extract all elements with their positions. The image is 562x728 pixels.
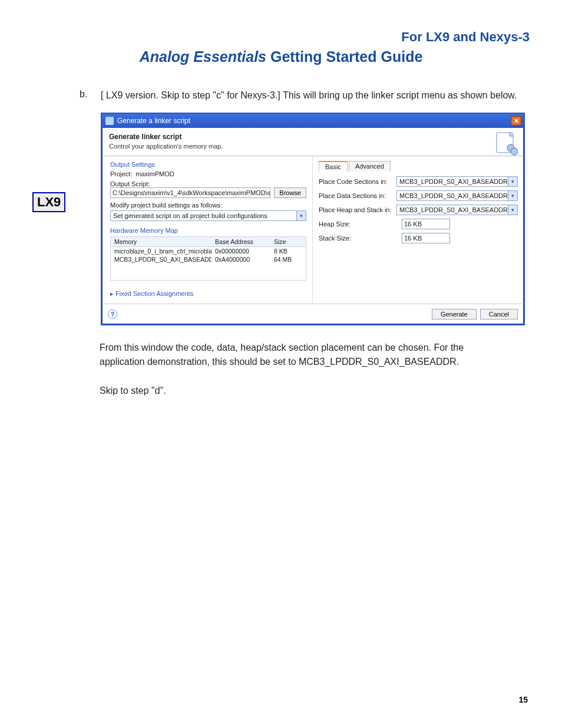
cancel-button[interactable]: Cancel xyxy=(480,309,518,319)
size-cell: 8 KB xyxy=(270,247,306,255)
help-icon[interactable]: ? xyxy=(108,309,117,319)
step-label: b. xyxy=(80,89,92,102)
output-script-input[interactable]: C:\Designs\maxim\v1_4\sdkWorkspace\maxim… xyxy=(110,187,270,198)
col-memory-header: Memory xyxy=(111,237,211,246)
memory-cell: microblaze_0_i_bram_ctrl_microblaze… xyxy=(111,247,211,255)
stack-size-label: Stack Size: xyxy=(319,235,398,242)
svg-point-3 xyxy=(511,148,518,155)
title-rest: Getting Started Guide xyxy=(266,48,422,65)
linker-script-dialog: Generate a linker script ✕ Generate link… xyxy=(101,113,525,325)
tab-basic[interactable]: Basic xyxy=(319,161,348,172)
table-row[interactable]: microblaze_0_i_bram_ctrl_microblaze… 0x0… xyxy=(111,247,306,255)
output-script-label: Output Script: xyxy=(110,180,306,187)
dialog-title-text: Generate a linker script xyxy=(117,117,190,125)
place-code-value: MCB3_LPDDR_S0_AXI_BASEADDR xyxy=(399,178,508,185)
build-config-select-value: Set generated script on all project buil… xyxy=(113,212,267,219)
body-paragraph-2: Skip to step "d". xyxy=(100,384,506,397)
title-italic: Analog Essentials xyxy=(140,48,266,65)
col-base-header: Base Address xyxy=(211,237,270,246)
dialog-titlebar: Generate a linker script ✕ xyxy=(102,114,524,128)
place-code-label: Place Code Sections in: xyxy=(319,178,393,185)
table-row[interactable]: MCB3_LPDDR_S0_AXI_BASEADDR 0xA4000000 64… xyxy=(111,255,306,263)
dialog-head-subtitle: Control your application's memory map. xyxy=(109,143,517,150)
body-paragraph-1: From this window the code, data, heap/st… xyxy=(100,341,506,368)
chevron-down-icon: ▾ xyxy=(508,205,517,215)
modify-build-label: Modify project build settings as follows… xyxy=(110,202,306,209)
memory-cell: MCB3_LPDDR_S0_AXI_BASEADDR xyxy=(111,255,211,263)
memory-map-table: Memory Base Address Size microblaze_0_i_… xyxy=(110,236,306,281)
base-cell: 0xA4000000 xyxy=(211,255,270,263)
build-config-select[interactable]: Set generated script on all project buil… xyxy=(110,210,306,221)
project-value: maximPMOD xyxy=(135,170,174,177)
page-number: 15 xyxy=(518,695,528,704)
dialog-head-title: Generate linker script xyxy=(109,133,517,141)
heap-size-label: Heap Size: xyxy=(319,220,398,228)
project-label: Project: xyxy=(110,170,132,177)
fixed-section-assignments-toggle[interactable]: Fixed Section Assignments xyxy=(110,290,306,298)
stack-size-input[interactable]: 16 KB xyxy=(402,233,450,243)
close-icon[interactable]: ✕ xyxy=(511,116,521,126)
tab-advanced[interactable]: Advanced xyxy=(349,161,391,172)
hardware-memory-map-group: Hardware Memory Map xyxy=(110,227,306,234)
header-device-line: For LX9 and Nexys-3 xyxy=(32,29,530,45)
dialog-app-icon xyxy=(105,117,114,125)
place-heap-value: MCB3_LPDDR_S0_AXI_BASEADDR xyxy=(399,206,508,213)
page-title: Analog Essentials Getting Started Guide xyxy=(32,48,530,65)
output-settings-group: Output Settings xyxy=(110,161,306,168)
base-cell: 0x00000000 xyxy=(211,247,270,255)
place-code-select[interactable]: MCB3_LPDDR_S0_AXI_BASEADDR ▾ xyxy=(396,176,518,187)
browse-button[interactable]: Browse xyxy=(274,187,306,198)
chevron-down-icon: ▾ xyxy=(508,191,517,200)
step-text: [ LX9 version. Skip to step "c" for Nexy… xyxy=(101,89,517,102)
place-data-value: MCB3_LPDDR_S0_AXI_BASEADDR xyxy=(399,192,508,199)
linker-chain-icon xyxy=(494,131,518,157)
heap-size-input[interactable]: 16 KB xyxy=(402,219,450,229)
size-cell: 64 MB xyxy=(270,255,306,263)
place-data-select[interactable]: MCB3_LPDDR_S0_AXI_BASEADDR ▾ xyxy=(396,190,518,201)
place-data-label: Place Data Sections in: xyxy=(319,192,393,199)
chevron-down-icon: ▾ xyxy=(296,211,306,220)
chevron-down-icon: ▾ xyxy=(508,177,517,186)
generate-button[interactable]: Generate xyxy=(432,309,477,319)
place-heap-select[interactable]: MCB3_LPDDR_S0_AXI_BASEADDR ▾ xyxy=(396,205,518,215)
lx9-badge: LX9 xyxy=(32,192,65,212)
col-size-header: Size xyxy=(270,237,306,246)
place-heap-label: Place Heap and Stack in: xyxy=(319,206,393,213)
